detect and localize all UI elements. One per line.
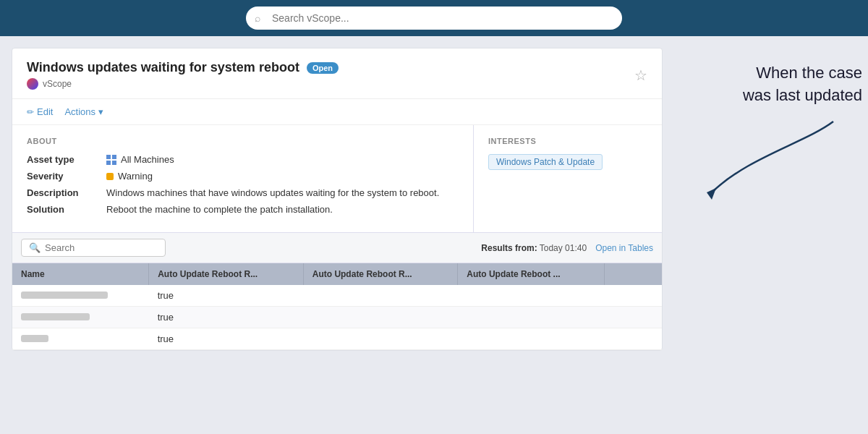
actions-button[interactable]: Actions ▾	[64, 106, 103, 117]
actions-label: Actions	[64, 106, 95, 117]
table-cell-name	[12, 328, 149, 350]
name-placeholder-1	[21, 292, 108, 299]
card-title-area: Windows updates waiting for system reboo…	[27, 60, 339, 90]
search-bar-container: ⌕	[246, 7, 622, 30]
table-row: true	[12, 328, 662, 350]
open-in-tables-button[interactable]: Open in Tables	[595, 243, 653, 253]
search-icon: 🔍	[29, 242, 41, 253]
annotation-area: When the case was last updated	[674, 48, 868, 351]
search-icon-nav: ⌕	[255, 12, 260, 24]
svg-marker-0	[707, 188, 716, 200]
global-search-input[interactable]	[246, 7, 622, 30]
about-key-solution: Solution	[27, 204, 106, 215]
results-from-text: Results from:	[481, 243, 537, 253]
table-search-input[interactable]	[45, 242, 158, 253]
table-search-container: 🔍	[21, 239, 166, 257]
annotation-line1: When the case	[756, 64, 862, 82]
about-row-description: Description Windows machines that have w…	[27, 187, 459, 198]
table-cell-col5	[604, 285, 662, 307]
about-section: ABOUT Asset type All Machines Severity	[12, 125, 474, 232]
table-row: true	[12, 285, 662, 307]
table-cell-name	[12, 285, 149, 307]
favorite-button[interactable]: ☆	[634, 67, 647, 84]
main-area: Windows updates waiting for system reboo…	[0, 36, 868, 362]
col-header-empty	[604, 263, 662, 285]
card-source-label: vScope	[43, 79, 72, 89]
col-header-auto2: Auto Update Reboot R...	[303, 263, 458, 285]
about-val-solution: Reboot the machine to complete the patch…	[106, 204, 333, 215]
warning-icon	[106, 173, 114, 180]
top-nav: ⌕	[0, 0, 868, 36]
about-interests-section: ABOUT Asset type All Machines Severity	[12, 125, 662, 233]
content-card: Windows updates waiting for system reboo…	[12, 48, 663, 351]
col-header-name: Name	[12, 263, 149, 285]
table-cell-col2: true	[149, 307, 304, 328]
table-cell-col5	[604, 307, 662, 328]
about-val-asset-type: All Machines	[106, 154, 174, 165]
edit-button[interactable]: ✏ Edit	[27, 106, 53, 117]
vscope-icon	[27, 78, 38, 90]
about-val-severity: Warning	[106, 171, 153, 182]
card-subtitle: vScope	[27, 78, 339, 90]
table-cell-col2: true	[149, 285, 304, 307]
results-from-label: Results from: Today 01:40	[174, 243, 587, 253]
table-row: true	[12, 307, 662, 328]
annotation-text: When the case was last updated	[689, 62, 862, 107]
status-badge: Open	[307, 62, 339, 74]
table-cell-col3	[303, 307, 458, 328]
page-title: Windows updates waiting for system reboo…	[27, 60, 299, 75]
interests-section: INTERESTS Windows Patch & Update	[474, 125, 662, 232]
data-table: Name Auto Update Reboot R... Auto Update…	[12, 263, 662, 350]
about-val-description: Windows machines that have windows updat…	[106, 187, 439, 198]
about-row-severity: Severity Warning	[27, 171, 459, 182]
name-placeholder-3	[21, 335, 48, 342]
pencil-icon: ✏	[27, 107, 34, 117]
card-header: Windows updates waiting for system reboo…	[12, 48, 662, 99]
open-tables-label: Open in Tables	[595, 243, 653, 253]
results-bar: 🔍 Results from: Today 01:40 Open in Tabl…	[12, 233, 662, 263]
table-cell-col4	[458, 328, 604, 350]
card-title-row: Windows updates waiting for system reboo…	[27, 60, 339, 75]
about-row-solution: Solution Reboot the machine to complete …	[27, 204, 459, 215]
about-key-asset-type: Asset type	[27, 154, 106, 165]
all-machines-icon	[106, 155, 116, 165]
table-cell-col4	[458, 307, 604, 328]
card-toolbar: ✏ Edit Actions ▾	[12, 99, 662, 125]
star-icon: ☆	[634, 67, 647, 83]
table-cell-col2: true	[149, 328, 304, 350]
table-cell-col3	[303, 285, 458, 307]
chevron-down-icon: ▾	[98, 106, 103, 117]
table-cell-name	[12, 307, 149, 328]
table-header-row: Name Auto Update Reboot R... Auto Update…	[12, 263, 662, 285]
col-header-auto3: Auto Update Reboot ...	[458, 263, 604, 285]
about-row-asset-type: Asset type All Machines	[27, 154, 459, 165]
results-time: Today 01:40	[540, 243, 587, 253]
interest-tag: Windows Patch & Update	[488, 154, 603, 170]
table-cell-col5	[604, 328, 662, 350]
about-key-description: Description	[27, 187, 106, 198]
annotation-line2: was last updated	[743, 86, 862, 104]
table-cell-col4	[458, 285, 604, 307]
about-section-label: ABOUT	[27, 137, 459, 145]
interests-section-label: INTERESTS	[488, 137, 647, 145]
arrow-svg	[689, 114, 862, 201]
table-cell-col3	[303, 328, 458, 350]
col-header-auto1: Auto Update Reboot R...	[149, 263, 304, 285]
name-placeholder-2	[21, 313, 90, 320]
about-key-severity: Severity	[27, 171, 106, 182]
edit-label: Edit	[37, 106, 53, 117]
